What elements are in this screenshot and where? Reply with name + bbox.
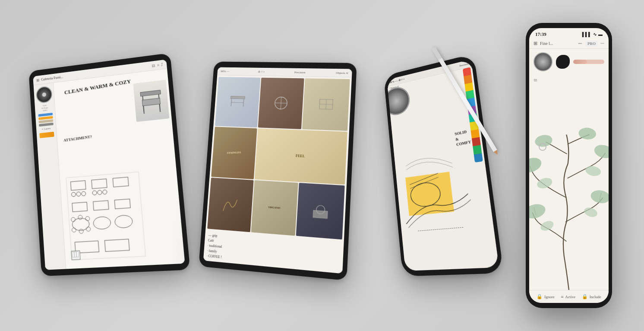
lock-include-icon: 🔒 xyxy=(582,294,588,299)
ipad-sketch-wrapper: ⊞ Cafeteria Furni... ⊟ ≡ ⤴ xyxy=(23,54,187,277)
layers-active-icon: ≡ xyxy=(561,294,563,299)
collage-cell-5: FEEL xyxy=(254,128,347,185)
screen4-canvas xyxy=(529,86,609,290)
resize-icon[interactable]: ↔ xyxy=(578,40,583,47)
screen4-content: 17:39 ▌▌▌ ∿ ▬ ⊞ Fine l... xyxy=(529,28,609,303)
phone-screen: 98% — ⊘ ? × Precision Objects 4/ xyxy=(387,59,499,271)
sketch-text-clean: CLEAN & WARM & COZY xyxy=(64,78,131,96)
ipad-collage-frame: 98% — ⊘ ? × Precision Objects 4/ xyxy=(199,61,357,280)
phone-frame: 98% — ⊘ ? × Precision Objects 4/ xyxy=(384,54,504,277)
pencil-eraser xyxy=(432,47,442,60)
time-display: 17:39 xyxy=(535,32,546,37)
svg-point-17 xyxy=(78,215,82,220)
svg-point-8 xyxy=(92,191,97,195)
grid-icon[interactable]: ⊞ xyxy=(534,41,537,46)
pro-badge[interactable]: PRO xyxy=(585,41,598,47)
topbar-right: ⊘ ? × xyxy=(258,70,265,73)
collage-cell-6 xyxy=(207,178,253,232)
note-family: · family xyxy=(207,249,217,254)
list-view-icon[interactable]: ⊟ xyxy=(152,63,155,68)
svg-point-19 xyxy=(86,227,91,232)
collage-cell-3 xyxy=(302,78,350,130)
svg-rect-26 xyxy=(74,252,76,257)
hamburger-menu[interactable]: ≡ xyxy=(529,75,609,86)
svg-line-33 xyxy=(160,104,161,111)
note-coffee: · COFFEE ! xyxy=(207,254,222,259)
screen4-statusbar: 17:39 ▌▌▌ ∿ ▬ xyxy=(529,28,609,38)
precision-label: Precision xyxy=(294,70,306,74)
battery-icon: ▬ xyxy=(598,32,603,37)
project-name[interactable]: Fine l... xyxy=(540,41,553,46)
svg-rect-23 xyxy=(104,239,129,251)
big-wheel[interactable] xyxy=(387,85,411,118)
svg-line-40 xyxy=(275,103,287,103)
drawing-svg xyxy=(395,131,483,253)
brush-progress-bar xyxy=(573,60,604,64)
collage-cell-1 xyxy=(215,77,260,127)
collage-grid: STAINLES FEEL ORGANIC xyxy=(205,75,352,242)
svg-point-4 xyxy=(76,192,81,197)
layer-color-bar xyxy=(39,132,54,138)
grid-view-icon[interactable]: ≡ xyxy=(157,63,159,67)
brush-shape xyxy=(556,55,570,69)
iphone-portrait-frame: 17:39 ▌▌▌ ∿ ▬ ⊞ Fine l... xyxy=(526,23,612,308)
svg-point-15 xyxy=(114,215,133,228)
ipad-sketch-screen: ⊞ Cafeteria Furni... ⊟ ≡ ⤴ xyxy=(33,59,185,270)
brush-wheel[interactable] xyxy=(35,86,53,104)
svg-point-6 xyxy=(81,191,85,196)
topbar-left: ⊞ Cafeteria Furni... xyxy=(36,75,63,82)
brush-wheel[interactable] xyxy=(534,52,552,71)
furniture-image xyxy=(133,80,170,122)
svg-rect-44 xyxy=(313,210,328,219)
svg-rect-12 xyxy=(114,199,130,209)
svg-rect-25 xyxy=(72,252,74,257)
more-options-icon[interactable]: ··· xyxy=(600,40,604,47)
swatch-gray[interactable] xyxy=(38,123,53,127)
ipad-sketch-frame: ⊞ Cafeteria Furni... ⊟ ≡ ⤴ xyxy=(28,53,190,276)
svg-rect-30 xyxy=(140,90,161,96)
ignore-item[interactable]: 🔒 Ignore xyxy=(537,294,555,299)
statusbar-right: ▌▌▌ ∿ ▬ xyxy=(582,32,603,37)
active-item[interactable]: ≡ Active xyxy=(561,294,575,299)
lock-ignore-icon: 🔒 xyxy=(537,294,543,299)
toolbar-right: ↔ PRO ··· xyxy=(578,40,604,47)
collage-cell-4: STAINLES xyxy=(211,127,257,179)
share-icon[interactable]: ⤴ xyxy=(161,62,163,67)
svg-point-16 xyxy=(71,217,75,222)
iphone-portrait-screen: 17:39 ▌▌▌ ∿ ▬ ⊞ Fine l... xyxy=(529,28,609,303)
note-cafe: Café xyxy=(208,238,214,242)
svg-rect-27 xyxy=(76,251,79,257)
brush-progress-fill xyxy=(573,60,587,64)
note-grip: — grip xyxy=(208,233,218,238)
svg-rect-3 xyxy=(113,177,129,187)
svg-rect-2 xyxy=(92,179,107,189)
palette-darkblue xyxy=(474,153,483,162)
screen1-content: ⊞ Cafeteria Furni... ⊟ ≡ ⤴ xyxy=(33,59,185,270)
screen4-toolbar: ⊞ Fine l... ↔ PRO ··· xyxy=(529,38,609,49)
grid-icon: ⊞ xyxy=(36,78,40,82)
brush-tip-shape xyxy=(559,58,566,66)
ignore-label: Ignore xyxy=(544,295,555,299)
topbar-icons: ⊟ ≡ ⤴ xyxy=(152,62,163,68)
svg-rect-10 xyxy=(72,202,87,212)
include-label: Include xyxy=(590,295,601,299)
svg-point-14 xyxy=(93,216,111,229)
color-swatches xyxy=(38,113,53,127)
screen3-content: 98% — ⊘ ? × Precision Objects 4/ xyxy=(387,59,499,271)
screen4-bottom-bar: 🔒 Ignore ≡ Active 🔒 Include xyxy=(529,290,609,303)
project-title: Cafeteria Furni... xyxy=(41,75,63,82)
objects-label: Objects 4/ xyxy=(336,71,349,74)
svg-line-32 xyxy=(143,105,144,113)
ipad-collage-screen: 98% — ⊘ ? × Precision Objects 4/ xyxy=(203,67,352,274)
svg-point-13 xyxy=(72,218,90,231)
include-item[interactable]: 🔒 Include xyxy=(582,294,601,299)
svg-rect-1 xyxy=(71,181,86,191)
drawing-area xyxy=(395,131,483,253)
signal-icon: ▌▌▌ xyxy=(582,32,591,37)
brush-size-info: 0.420.19 pts100% xyxy=(41,104,48,112)
svg-point-9 xyxy=(102,190,107,194)
svg-rect-46 xyxy=(405,172,454,216)
gallery: ⊞ Cafeteria Furni... ⊟ ≡ ⤴ xyxy=(0,0,644,331)
solid-text: SOLID&COMFY xyxy=(454,128,471,147)
svg-rect-0 xyxy=(66,172,145,260)
